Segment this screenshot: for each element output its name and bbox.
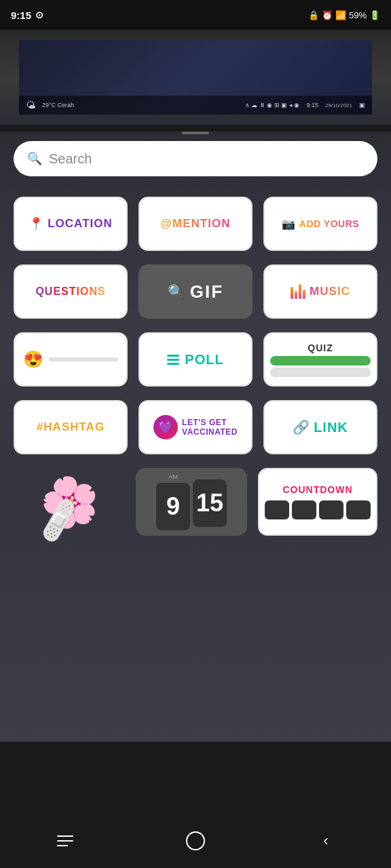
wifi-icon: 📶 [335, 10, 346, 20]
search-bar[interactable]: 🔍 Search [14, 141, 377, 176]
status-left: 9:15 ⊙ [11, 9, 43, 21]
mention-card[interactable]: @MENTION [138, 197, 253, 251]
alarm-icon: ⏰ [322, 10, 333, 20]
countdown-sticker[interactable]: COUNTDOWN [258, 468, 377, 536]
mention-sticker[interactable]: @MENTION [138, 197, 253, 251]
countdown-blocks [265, 500, 371, 519]
quiz-card[interactable]: QUIZ [263, 332, 377, 387]
quiz-options [270, 356, 371, 377]
countdown-block-4 [346, 500, 371, 519]
clock-card[interactable]: AM 9 15 [136, 468, 247, 536]
music-bars-icon [291, 284, 305, 299]
sticker-row-bottom: 🌸 🩹 AM 9 15 [14, 468, 377, 536]
link-card[interactable]: 🔗 LINK [263, 400, 377, 454]
poll-lines-icon [167, 355, 179, 365]
camera-icon: 📷 [282, 218, 295, 231]
battery-text: 59% [349, 10, 367, 20]
clock-hours: 9 [166, 492, 180, 521]
bandaid-sticker[interactable]: 🌸 🩹 [14, 468, 125, 536]
location-card[interactable]: 📍 LOCATION [14, 197, 128, 251]
time-display: 9:15 [11, 9, 31, 21]
clock-hours-wrap: AM 9 [156, 473, 190, 530]
monitor-icon: ▣ [359, 102, 365, 108]
clock-am-label: AM [168, 473, 178, 480]
link-label: LINK [314, 420, 348, 435]
status-right: 🔒 ⏰ 📶 59% 🔋 [308, 10, 380, 20]
clock-hours-block: 9 [156, 483, 190, 530]
music-label: MUSIC [310, 285, 350, 298]
sticker-panel: 🔍 Search 📍 LOCATION @MENTION 📷 ADD YOURS [0, 132, 391, 742]
vaccine-text: LET'S GET VACCINATED [182, 418, 238, 437]
questions-sticker[interactable]: QUESTIONS [14, 264, 128, 319]
clock-minutes-wrap: 15 [193, 477, 227, 527]
laptop-bg: 🌤 29°C Cerah ∧ ☁ ⏸ ◉ ⊞ ▣ ◂ ◉ 9:15 29/10/… [0, 30, 391, 125]
status-bar: 9:15 ⊙ 🔒 ⏰ 📶 59% 🔋 [0, 0, 391, 30]
whatsapp-icon: ⊙ [35, 9, 43, 20]
countdown-block-1 [265, 500, 289, 519]
slider-emoji: 😍 [23, 350, 43, 369]
hashtag-card[interactable]: #HASHTAG [14, 400, 128, 454]
home-icon [186, 831, 205, 850]
hashtag-sticker[interactable]: #HASHTAG [14, 400, 128, 454]
lock-icon: 🔒 [308, 10, 319, 20]
emoji-slider-card[interactable]: 😍 [14, 332, 128, 387]
recent-apps-icon [57, 835, 73, 846]
questions-label: QUESTIONS [35, 285, 105, 298]
search-input[interactable]: Search [49, 151, 92, 167]
quiz-sticker[interactable]: QUIZ [263, 332, 377, 387]
pin-icon: 📍 [29, 216, 43, 231]
home-button[interactable] [179, 824, 212, 858]
countdown-card[interactable]: COUNTDOWN [258, 468, 377, 536]
location-label: LOCATION [48, 217, 113, 231]
taskbar-icons: ∧ ☁ ⏸ ◉ ⊞ ▣ ◂ ◉ [245, 102, 300, 108]
sticker-grid: 📍 LOCATION @MENTION 📷 ADD YOURS QUESTION… [14, 197, 377, 454]
poll-sticker[interactable]: POLL [138, 332, 253, 387]
laptop-date: 29/10/2021 [325, 102, 352, 108]
laptop-time: 9:15 [306, 102, 318, 108]
vaccinated-sticker[interactable]: 💜 LET'S GET VACCINATED [138, 400, 253, 454]
gif-search-icon: 🔍 [168, 283, 185, 300]
back-icon: ‹ [323, 832, 328, 850]
battery-icon: 🔋 [369, 10, 380, 20]
gif-card[interactable]: 🔍 GIF [138, 264, 253, 319]
search-icon: 🔍 [27, 151, 42, 166]
quiz-label: QUIZ [308, 342, 333, 353]
clock-minutes: 15 [196, 489, 223, 517]
drag-handle[interactable] [182, 132, 209, 134]
quiz-option-2 [270, 368, 371, 377]
laptop-taskbar: 🌤 29°C Cerah ∧ ☁ ⏸ ◉ ⊞ ▣ ◂ ◉ 9:15 29/10/… [19, 96, 372, 115]
vaccine-card[interactable]: 💜 LET'S GET VACCINATED [138, 400, 253, 454]
back-button[interactable]: ‹ [309, 824, 343, 858]
mention-label: @MENTION [161, 217, 231, 231]
bandaid-emoji-wrap: 🌸 🩹 [33, 467, 105, 536]
link-sticker[interactable]: 🔗 LINK [263, 400, 377, 454]
addyours-sticker[interactable]: 📷 ADD YOURS [263, 197, 377, 251]
clock-sticker[interactable]: AM 9 15 [136, 468, 247, 536]
music-card[interactable]: MUSIC [263, 264, 377, 319]
addyours-card[interactable]: 📷 ADD YOURS [263, 197, 377, 251]
gif-label: GIF [190, 281, 223, 302]
poll-label: POLL [185, 352, 223, 368]
location-sticker[interactable]: 📍 LOCATION [14, 197, 128, 251]
slider-track[interactable] [49, 357, 118, 361]
poll-card[interactable]: POLL [138, 332, 253, 387]
quiz-option-1 [270, 356, 371, 366]
recent-apps-button[interactable] [48, 824, 82, 858]
clock-minutes-block: 15 [193, 479, 227, 527]
gif-sticker[interactable]: 🔍 GIF [138, 264, 253, 319]
sun-icon: 🌤 [26, 100, 35, 111]
hashtag-label: #HASHTAG [37, 420, 105, 434]
countdown-block-3 [319, 500, 343, 519]
countdown-label: COUNTDOWN [282, 484, 352, 495]
vaccine-icon: 💜 [153, 415, 178, 439]
emoji-slider-sticker[interactable]: 😍 [14, 332, 128, 387]
music-sticker[interactable]: MUSIC [263, 264, 377, 319]
questions-card[interactable]: QUESTIONS [14, 264, 128, 319]
countdown-block-2 [292, 500, 316, 519]
link-icon: 🔗 [293, 419, 310, 435]
laptop-screen: 🌤 29°C Cerah ∧ ☁ ⏸ ◉ ⊞ ▣ ◂ ◉ 9:15 29/10/… [19, 40, 372, 115]
weather-text: 29°C Cerah [42, 102, 74, 108]
nav-bar: ‹ [0, 814, 391, 868]
addyours-label: ADD YOURS [299, 218, 359, 229]
